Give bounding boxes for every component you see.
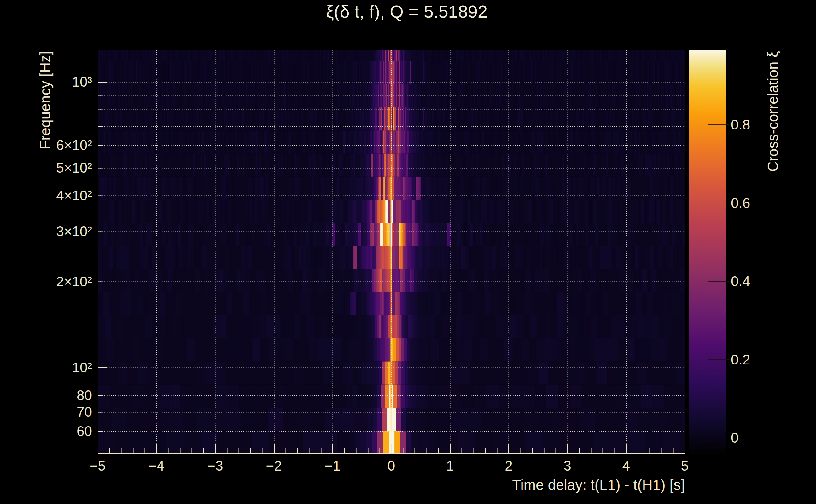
x-tick-label: 2 [483,457,534,474]
y-tick-label: 2×10² [19,273,92,290]
x-tick-label: −4 [131,457,181,474]
x-tick-label: 3 [542,457,593,474]
y-tick-label: 80 [19,387,92,404]
x-tick-label: −3 [190,457,240,474]
x-tick-label: −2 [249,457,299,474]
x-tick-label: 4 [601,457,652,474]
colorbar-title: Cross-correlation ξ [764,51,781,172]
x-tick-label: 5 [660,457,710,474]
x-tick-label: 0 [366,457,417,474]
y-tick-label: 70 [19,404,92,421]
heatmap-canvas [98,50,685,454]
y-axis-title: Frequency [Hz] [37,51,54,149]
y-tick-label: 6×10² [19,137,92,154]
colorbar-tick-label: 0.6 [731,195,781,212]
y-tick-label: 10³ [19,73,92,90]
x-axis-title: Time delay: t(L1) - t(H1) [s] [410,476,685,493]
colorbar-tick-label: 0 [731,429,781,446]
colorbar-tick-label: 0.4 [731,273,781,290]
y-tick-label: 5×10² [19,159,92,176]
chart-title: ξ(δ t, f), Q = 5.51892 [154,1,659,22]
x-tick-label: 1 [425,457,475,474]
y-tick-label: 60 [19,423,92,440]
colorbar-tick-label: 0.2 [731,351,781,368]
qscan-figure: ξ(δ t, f), Q = 5.51892 0.80.60.40.20 Fre… [0,0,816,504]
x-tick-label: −1 [308,457,358,474]
y-tick-label: 4×10² [19,187,92,204]
y-tick-label: 3×10² [19,223,92,240]
colorbar [689,50,726,454]
y-tick-label: 10² [19,359,92,376]
x-tick-label: −5 [72,457,123,474]
